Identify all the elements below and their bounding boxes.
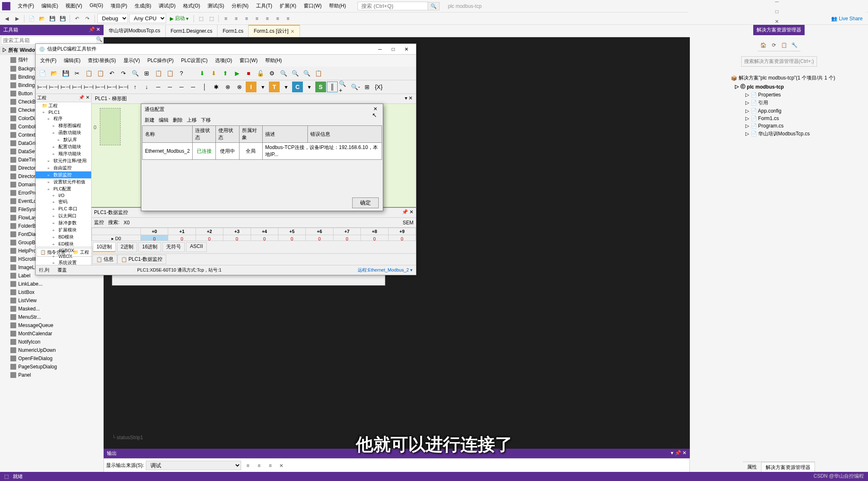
menu-item[interactable]: 选项(O) — [212, 56, 235, 65]
tree-item[interactable]: ▫脉冲参数 — [36, 219, 91, 226]
menu-item[interactable]: 工具(T) — [253, 1, 276, 11]
solution-root[interactable]: 📦 解决方案"plc modbus-tcp"(1 个项目/共 1 个) — [723, 74, 835, 82]
tree-item[interactable]: ▫PLC配置 — [36, 185, 91, 192]
format-tab[interactable]: 16进制 — [138, 242, 161, 252]
format-tab[interactable]: 10进制 — [93, 242, 116, 252]
info-tab[interactable]: 📋 信息 — [92, 255, 117, 264]
toolbox-item[interactable]: PageSetupDialog — [0, 363, 104, 371]
ladder-icon[interactable]: ⊢⊣ — [95, 82, 106, 92]
menu-item[interactable]: 窗口(W) — [300, 1, 325, 11]
tool-icon[interactable]: 🔍 — [290, 68, 300, 79]
stop-icon[interactable]: ■ — [243, 68, 254, 79]
toolbox-item[interactable]: LinkLabe... — [0, 280, 104, 288]
tool-icon[interactable]: ⬚ — [207, 14, 216, 23]
align-icon[interactable]: ≡ — [221, 14, 230, 23]
ladder-icon[interactable]: ─ — [153, 82, 164, 92]
toolbar-item[interactable]: 新建 — [145, 117, 155, 124]
output-tool-icon[interactable]: ✕ — [277, 461, 286, 470]
tab-controls[interactable]: ▾ ✕ — [405, 95, 413, 102]
close-icon[interactable]: ✕ — [771, 19, 783, 24]
zoom-out-icon[interactable]: 🔍- — [350, 82, 361, 92]
tool-icon[interactable]: ⊞ — [362, 82, 372, 92]
ladder-icon[interactable]: ✱ — [211, 82, 222, 92]
ladder-icon[interactable]: ─ — [176, 82, 187, 92]
dialog-titlebar[interactable]: 通信配置 ✕ — [141, 104, 383, 115]
sem-label[interactable]: SEM — [403, 220, 413, 226]
solution-search[interactable]: 搜索解决方案资源管理器(Ctrl+;) — [741, 56, 817, 67]
run-icon[interactable]: ▶ — [232, 68, 242, 79]
s-button[interactable]: S — [315, 82, 326, 92]
i-button[interactable]: I — [246, 82, 256, 92]
conn-status[interactable]: 远程:Ethernet_Modbus_2 ▾ — [358, 267, 413, 273]
tool-icon[interactable]: 📋 — [780, 41, 789, 50]
toolbar-item[interactable]: 编辑 — [159, 117, 169, 124]
toolbox-item[interactable]: NotifyIcon — [0, 338, 104, 346]
format-tab[interactable]: 无符号 — [162, 242, 185, 252]
solution-item[interactable]: ▷ 📄 引用 — [723, 99, 835, 107]
monitor-table[interactable]: +0+1+2+3+4+5+6+7+8+9▸ D00000000000▸ D100… — [92, 228, 416, 240]
ladder-icon[interactable]: ▾ — [304, 82, 314, 92]
undo-icon[interactable]: ↶ — [106, 68, 117, 79]
toolbox-item[interactable]: MessageQueue — [0, 321, 104, 329]
document-tab[interactable]: 华山培训ModbusTcp.cs — [104, 25, 166, 37]
ladder-icon[interactable]: ↓ — [141, 82, 152, 92]
project-tab[interactable]: 📁 工程 — [69, 248, 92, 257]
align-icon[interactable]: ≡ — [232, 14, 241, 23]
c-button[interactable]: C — [292, 82, 303, 92]
save-icon[interactable]: 💾 — [60, 68, 71, 79]
format-tab[interactable]: 2进制 — [117, 242, 137, 252]
ladder-icon[interactable]: ⊢⊣ — [37, 82, 48, 92]
copy-icon[interactable]: 📋 — [83, 68, 94, 79]
output-tool-icon[interactable]: ≡ — [266, 461, 275, 470]
ladder-icon[interactable]: ⊢⊣ — [48, 82, 59, 92]
align-icon[interactable]: ≡ — [252, 14, 261, 23]
maximize-icon[interactable]: □ — [387, 46, 399, 52]
monitor-tab[interactable]: 📋 PLC1-数据监控 — [117, 255, 166, 264]
ladder-icon[interactable]: ▾ — [280, 82, 291, 92]
menu-item[interactable]: 查找\替换(S) — [85, 56, 119, 65]
open-icon[interactable]: 📂 — [37, 14, 46, 23]
tool-icon[interactable]: ⟳ — [769, 41, 779, 50]
solution-item[interactable]: ▷ 📄 Program.cs — [723, 122, 835, 130]
vs-search-input[interactable] — [358, 2, 428, 10]
ladder-icon[interactable]: ⊢⊣ — [60, 82, 71, 92]
format-tab[interactable]: ASCII — [186, 242, 206, 252]
watch-label[interactable]: 监控 — [94, 219, 104, 226]
redo-icon[interactable]: ↷ — [83, 14, 92, 23]
output-controls[interactable]: ▾ 📌 ✕ — [671, 450, 687, 457]
tree-item[interactable]: ▫PLC 串口 — [36, 205, 91, 212]
tree-item[interactable]: ▫数据监控 — [36, 171, 91, 178]
ladder-icon[interactable]: ⊗ — [222, 82, 233, 92]
toolbox-item[interactable]: MenuStr... — [0, 313, 104, 321]
tree-item[interactable]: ▫设置软元件初值 — [36, 178, 91, 185]
ladder-icon[interactable]: │ — [199, 82, 210, 92]
solution-project[interactable]: ▷ ⓒ plc modbus-tcp — [723, 82, 835, 91]
tree-item[interactable]: ▫函数功能块 — [36, 129, 91, 136]
status-strip[interactable]: └ statusStrip1 — [112, 435, 143, 440]
tool-icon[interactable]: 📋 — [153, 68, 164, 79]
properties-tab[interactable]: 属性 — [743, 462, 761, 473]
menu-item[interactable]: 格式(O) — [180, 1, 203, 11]
output-src-dropdown[interactable]: 调试 — [146, 461, 241, 470]
tree-item[interactable]: ▫配置功能块 — [36, 143, 91, 150]
t-button[interactable]: T — [269, 82, 280, 92]
solution-item[interactable]: ▷ 📄 Properties — [723, 91, 835, 99]
output-tool-icon[interactable]: ≡ — [254, 461, 264, 470]
menu-item[interactable]: 编辑(E) — [60, 56, 84, 65]
tree-item[interactable]: ▫自由监控 — [36, 164, 91, 171]
output-tool-icon[interactable]: ≡ — [243, 461, 252, 470]
toolbox-item[interactable]: Panel — [0, 371, 104, 379]
tool-icon[interactable]: ⬚ — [196, 14, 206, 23]
lock-icon[interactable]: 🔓 — [255, 68, 266, 79]
redo-icon[interactable]: ↷ — [118, 68, 129, 79]
pin-icon[interactable]: 📌 ✕ — [79, 95, 89, 101]
menu-item[interactable]: Git(G) — [86, 1, 106, 11]
menu-item[interactable]: 视图(V) — [62, 1, 85, 11]
toolbox-item[interactable]: MonthCalendar — [0, 329, 104, 338]
tree-item[interactable]: ▫以太网口 — [36, 212, 91, 219]
menu-item[interactable]: 窗口(W) — [236, 56, 261, 65]
tool-icon[interactable]: {X} — [373, 82, 384, 92]
menu-item[interactable]: 测试(S) — [204, 1, 227, 11]
ok-button[interactable]: 确定 — [352, 197, 379, 208]
ladder-icon[interactable]: ⊗ — [234, 82, 245, 92]
